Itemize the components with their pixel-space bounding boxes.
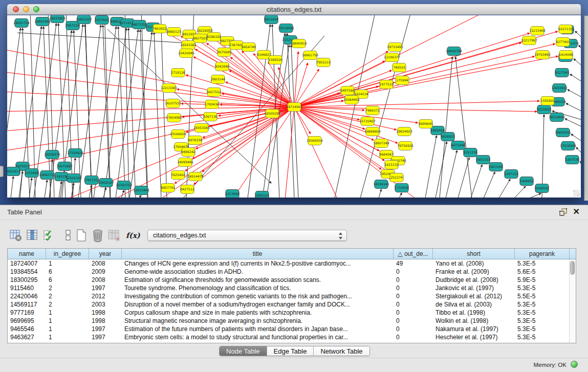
network-node[interactable]: 10653227 (76, 15, 92, 24)
table-cell[interactable]: Estimation of significance thresholds fo… (122, 276, 394, 284)
network-node[interactable]: 30975887 (56, 162, 73, 171)
network-node[interactable]: 12217987 (521, 36, 537, 45)
network-node[interactable]: 1733426 (395, 184, 409, 192)
network-node[interactable]: 79756928 (397, 142, 413, 150)
network-node[interactable]: 16210643 (549, 113, 565, 122)
network-node[interactable]: 18640910 (291, 39, 307, 48)
column-header[interactable]: year (89, 249, 122, 259)
network-node[interactable]: 12213383 (161, 84, 177, 93)
table-cell[interactable]: 6 (46, 276, 89, 284)
network-node[interactable]: 9151376 (463, 148, 477, 157)
table-row[interactable]: 977716911998Corpus callosum shape and si… (8, 309, 570, 317)
network-node[interactable]: 16782753 (116, 181, 132, 190)
network-node[interactable]: 29055724 (13, 19, 30, 28)
network-node[interactable]: 7625402 (171, 171, 185, 180)
network-node[interactable]: 12923448 (133, 186, 149, 195)
network-node[interactable]: 1700436 (205, 100, 219, 109)
network-node[interactable]: 13942737 (39, 171, 55, 180)
table-cell[interactable]: 5.3E-5 (515, 300, 570, 309)
network-node[interactable]: 1414098 (559, 51, 573, 59)
network-node[interactable]: 17654985 (166, 114, 182, 122)
import-table-icon[interactable] (107, 229, 121, 242)
table-cell[interactable]: 2008 (89, 259, 122, 268)
table-cell[interactable]: 9115460 (8, 284, 46, 292)
close-traffic-light-icon[interactable] (13, 6, 19, 12)
column-header[interactable]: in_degree (46, 249, 89, 259)
table-cell[interactable]: 2 (46, 300, 89, 309)
table-cell[interactable]: 0 (394, 276, 433, 284)
table-cell[interactable]: Corpus callosum shape and size in male p… (122, 309, 394, 317)
table-cell[interactable]: 0 (394, 325, 433, 333)
delete-table-icon[interactable] (91, 229, 104, 242)
table-cell[interactable]: Estimation of the future numbers of pati… (122, 325, 394, 333)
function-builder-icon[interactable]: f(x) (126, 229, 139, 242)
network-node[interactable]: 252274 (390, 173, 403, 182)
table-cell[interactable]: 49 (394, 259, 433, 268)
table-cell[interactable]: Tourette syndrome. Phenomenology and cla… (122, 284, 394, 292)
table-cell[interactable]: 2 (46, 292, 89, 300)
table-cell[interactable]: 1997 (89, 333, 122, 341)
network-node[interactable]: 2803144 (211, 75, 225, 84)
network-node[interactable]: 12505185 (66, 174, 82, 183)
table-cell[interactable]: 1 (46, 325, 89, 333)
table-cell[interactable]: Franke et al. (2009) (433, 268, 515, 276)
table-cell[interactable]: 9465546 (8, 325, 46, 333)
table-cell[interactable]: 0 (394, 309, 433, 317)
table-cell[interactable]: 2003 (89, 300, 122, 309)
network-node[interactable]: 19218986 (278, 24, 294, 33)
table-row[interactable]: 911546021997Tourette syndrome. Phenomeno… (8, 284, 570, 292)
show-column-icon[interactable] (26, 229, 39, 242)
network-node[interactable]: 17016504 (560, 142, 576, 150)
network-node[interactable]: 9244502 (535, 184, 549, 193)
network-node[interactable]: 9498242 (181, 148, 195, 157)
table-cell[interactable]: 1997 (89, 325, 122, 333)
maximize-traffic-light-icon[interactable] (33, 6, 39, 12)
table-cell[interactable]: 1997 (89, 284, 122, 292)
network-node[interactable]: 20206576 (44, 150, 60, 159)
network-node[interactable]: 8860123 (167, 28, 181, 36)
network-node[interactable]: 8878334 (188, 136, 202, 145)
network-node[interactable]: 8427552 (207, 88, 221, 97)
column-header[interactable]: △ out_de... (394, 249, 433, 259)
table-cell[interactable]: Embryonic stem cells: a model to study s… (122, 333, 394, 341)
network-node[interactable]: 12093832 (551, 84, 568, 93)
network-node[interactable]: 6471948 (451, 141, 465, 150)
table-cell[interactable]: Yano et al. (2008) (433, 259, 515, 268)
network-node[interactable]: 9684067 (379, 150, 394, 159)
table-cell[interactable]: 0 (394, 292, 433, 300)
table-cell[interactable]: Dudbridge et al. (2008) (433, 276, 515, 284)
network-node[interactable]: 16543382 (180, 41, 197, 50)
new-table-icon[interactable] (75, 229, 88, 242)
table-scrollbar[interactable] (569, 259, 576, 343)
table-cell[interactable]: 0 (394, 268, 433, 276)
table-cell[interactable]: 2 (46, 284, 89, 292)
network-node[interactable]: 1167530 (565, 156, 579, 164)
close-panel-icon[interactable]: ✕ (573, 207, 580, 216)
network-node[interactable]: 16107533 (165, 99, 181, 108)
network-node[interactable]: 19654923 (396, 127, 412, 136)
window-titlebar[interactable]: citations_edges.txt (7, 4, 581, 15)
table-cell[interactable]: 5.9E-5 (515, 276, 570, 284)
network-node[interactable]: 19793493 (534, 51, 551, 59)
network-node[interactable]: 22420046 (178, 49, 194, 58)
table-cell[interactable]: 14569117 (8, 300, 46, 309)
network-node[interactable]: 9457791 (161, 184, 175, 192)
network-node[interactable]: 9699695 (419, 120, 433, 128)
table-cell[interactable]: 0 (394, 333, 433, 341)
table-cell[interactable]: 0 (394, 284, 433, 292)
table-cell[interactable]: 2008 (89, 276, 122, 284)
table-cell[interactable]: de Silva et al. (2003) (433, 300, 515, 309)
network-node[interactable]: 8215953 (537, 105, 551, 114)
network-node[interactable]: 14196141 (373, 180, 389, 189)
table-cell[interactable]: 1998 (89, 309, 122, 317)
network-node[interactable]: 1215689 (25, 169, 39, 178)
table-cell[interactable]: 0 (394, 317, 433, 325)
network-node[interactable]: 19384554 (307, 137, 323, 145)
network-node[interactable]: 15692931 (555, 128, 571, 137)
column-header[interactable]: short (433, 249, 515, 259)
network-node[interactable]: 1527602 (95, 16, 109, 25)
table-row[interactable]: 1872400712008Changes of HCN gene express… (8, 259, 570, 268)
tab-edge-table[interactable]: Edge Table (267, 346, 314, 356)
network-node[interactable]: 16914479 (187, 172, 204, 181)
network-node[interactable]: 9827503 (193, 34, 207, 43)
